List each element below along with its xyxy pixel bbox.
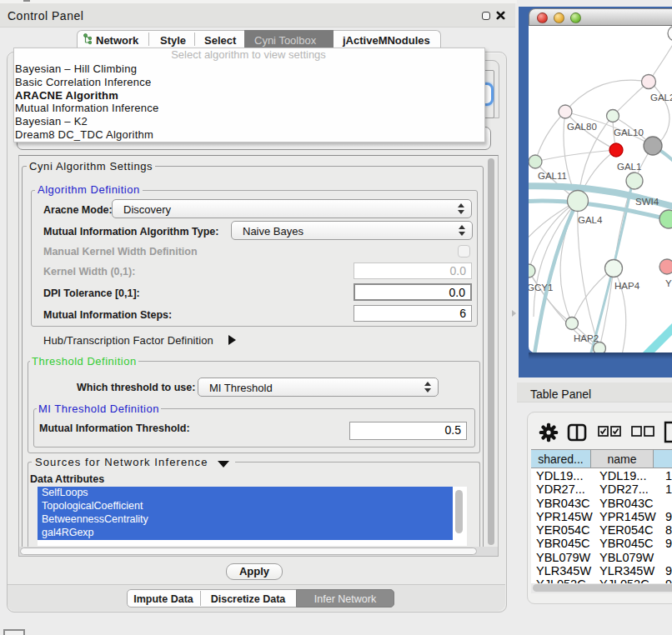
svg-text:GAL11: GAL11 xyxy=(538,171,567,181)
svg-text:GAL1: GAL1 xyxy=(617,162,641,172)
svg-text:HAP2: HAP2 xyxy=(574,333,599,343)
svg-text:GAL80: GAL80 xyxy=(567,122,597,132)
svg-text:Y: Y xyxy=(665,278,672,288)
svg-text:GCY1: GCY1 xyxy=(529,282,553,292)
svg-text:GAL2: GAL2 xyxy=(650,92,672,102)
svg-text:GAL10: GAL10 xyxy=(614,128,644,138)
svg-text:SWI4: SWI4 xyxy=(635,197,659,207)
svg-text:HAP4: HAP4 xyxy=(614,281,640,291)
svg-text:GAL4: GAL4 xyxy=(578,215,603,225)
